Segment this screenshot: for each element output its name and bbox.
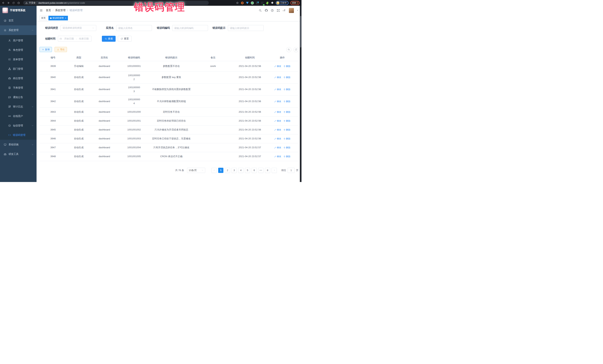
- edit-button[interactable]: 修改: [274, 100, 281, 103]
- sidebar-item-dev-tools[interactable]: 研发工具: [0, 149, 36, 159]
- toggle-search-icon-button[interactable]: [286, 47, 291, 52]
- page-button-5[interactable]: 5: [245, 168, 250, 173]
- tag-close-icon[interactable]: ×: [65, 17, 66, 20]
- page-size-select[interactable]: 10条/页: [187, 168, 205, 173]
- sidebar-item-system[interactable]: 系统管理: [0, 25, 36, 35]
- delete-button[interactable]: 删除: [283, 110, 290, 114]
- extension-orange-icon[interactable]: [241, 1, 244, 4]
- export-button[interactable]: 导出: [55, 47, 67, 52]
- sidebar-item-home[interactable]: 首页: [0, 16, 36, 25]
- error-type-select[interactable]: 请选择错误码类型: [60, 25, 96, 31]
- page-button-2[interactable]: 2: [225, 168, 230, 173]
- sidebar-item-error-code[interactable]: 错误码管理: [0, 130, 36, 140]
- browser-forward-icon[interactable]: [7, 1, 10, 4]
- sidebar-item-dictionary[interactable]: 字典管理: [0, 83, 36, 92]
- delete-button[interactable]: 删除: [283, 137, 290, 141]
- edit-button[interactable]: 修改: [274, 155, 281, 158]
- edit-button[interactable]: 修改: [274, 65, 281, 68]
- extensions-puzzle-icon[interactable]: [271, 1, 274, 4]
- delete-button[interactable]: 删除: [283, 100, 290, 103]
- github-icon[interactable]: [265, 9, 268, 12]
- extension-switch-on-icon[interactable]: on: [261, 1, 264, 4]
- page-button-4[interactable]: 4: [238, 168, 244, 173]
- sidebar-item-departments[interactable]: 部门管理: [0, 64, 36, 74]
- sidebar-item-sms[interactable]: 短信管理: [0, 121, 36, 130]
- goto-page-input[interactable]: [288, 168, 295, 173]
- delete-button[interactable]: 删除: [283, 119, 290, 123]
- delete-button[interactable]: 删除: [283, 146, 290, 149]
- browser-back-icon[interactable]: [2, 1, 5, 4]
- page-button-8[interactable]: 8: [265, 168, 270, 173]
- refresh-table-icon-button[interactable]: [293, 47, 299, 52]
- delete-button[interactable]: 删除: [283, 88, 290, 91]
- create-time-range-picker[interactable]: 开始日期 - 结束日期: [58, 36, 92, 42]
- sidebar-item-audit-logs[interactable]: 审计日志: [0, 102, 36, 111]
- page-button-6[interactable]: 6: [252, 168, 257, 173]
- col-app: 应用名: [91, 54, 118, 61]
- page-content: 错误码类型 请选择错误码类型 应用名 错误码编码 错误码提示 创建时间: [36, 21, 302, 182]
- filter-code-label: 错误码编码: [157, 26, 170, 30]
- tag-error-code[interactable]: 错误码管理 ×: [48, 16, 68, 20]
- edit-button[interactable]: 修改: [274, 128, 281, 132]
- extension-green-check-icon[interactable]: v: [251, 1, 254, 4]
- hamburger-icon[interactable]: [39, 9, 43, 12]
- sidebar-item-users[interactable]: 用户管理: [0, 36, 36, 45]
- edit-button[interactable]: 修改: [274, 76, 281, 79]
- window-scrollbar[interactable]: [300, 6, 302, 182]
- delete-button[interactable]: 删除: [283, 155, 290, 158]
- help-icon[interactable]: [271, 9, 274, 12]
- delete-button[interactable]: 删除: [283, 65, 290, 68]
- breadcrumb-home[interactable]: 首页: [46, 9, 51, 12]
- user-avatar[interactable]: [289, 8, 294, 13]
- breadcrumb-system[interactable]: 系统管理: [55, 9, 66, 12]
- edit-button[interactable]: 修改: [274, 146, 281, 149]
- header-search-icon[interactable]: [259, 9, 262, 12]
- extension-gem-icon[interactable]: [246, 1, 249, 4]
- add-button[interactable]: 新增: [39, 47, 52, 52]
- edit-button[interactable]: 修改: [274, 110, 281, 114]
- next-page-button[interactable]: [272, 168, 277, 173]
- sidebar-item-roles[interactable]: 角色管理: [0, 45, 36, 55]
- sidebar-item-online-users[interactable]: 在线用户: [0, 111, 36, 121]
- edit-button[interactable]: 修改: [274, 137, 281, 141]
- sidebar-logo[interactable]: 芋道管理系统: [0, 6, 36, 15]
- screen: 不安全 dashboard.yudao.iocoder.cn/system/er…: [0, 0, 302, 182]
- sidebar-item-notices[interactable]: 通知公告: [0, 92, 36, 102]
- edit-button[interactable]: 修改: [274, 88, 281, 91]
- browser-menu-kebab-icon[interactable]: [297, 2, 298, 4]
- sidebar-item-menus[interactable]: 菜单管理: [0, 55, 36, 64]
- sidebar-item-posts[interactable]: 岗位管理: [0, 74, 36, 83]
- online-users-icon: [8, 115, 11, 118]
- prev-page-button[interactable]: [211, 168, 217, 173]
- page-button-1[interactable]: 1: [218, 168, 223, 173]
- edit-button[interactable]: 修改: [274, 119, 281, 123]
- font-size-icon[interactable]: TT: [283, 9, 286, 12]
- app-title: 芋道管理系统: [10, 9, 25, 12]
- delete-button[interactable]: 删除: [283, 128, 290, 132]
- page-button-3[interactable]: 3: [232, 168, 237, 173]
- extension-bulb-icon[interactable]: [266, 1, 269, 4]
- bookmark-star-icon[interactable]: [236, 1, 239, 4]
- extension-grid-icon[interactable]: [256, 1, 259, 4]
- svg-text:T: T: [283, 10, 284, 11]
- browser-reload-icon[interactable]: [12, 2, 15, 4]
- browser-home-icon[interactable]: [17, 1, 20, 4]
- tag-home[interactable]: 首页: [39, 16, 47, 20]
- avatar-caret-down-icon[interactable]: [297, 10, 299, 11]
- error-code-input[interactable]: [174, 27, 206, 30]
- sidebar-item-infrastructure[interactable]: 基础设施: [0, 140, 36, 149]
- delete-button[interactable]: 删除: [283, 76, 290, 79]
- pagination-total: 共 76 条: [175, 169, 184, 172]
- app-name-input[interactable]: [118, 27, 150, 30]
- table-row: 3941自动生成dashboard100100000 3不能删除类型为系统内置的…: [39, 83, 299, 95]
- search-button[interactable]: 搜索: [102, 36, 116, 42]
- filter-time-label: 创建时间: [45, 37, 56, 40]
- url-bar[interactable]: 不安全 dashboard.yudao.iocoder.cn/system/er…: [23, 1, 209, 5]
- profile-paused-badge[interactable]: 已暂停: [276, 1, 289, 5]
- page-ellipsis-button[interactable]: •••: [258, 168, 264, 173]
- browser-update-button[interactable]: 更新: [290, 1, 300, 5]
- scrollbar-thumb[interactable]: [300, 16, 301, 47]
- reset-button[interactable]: 重置: [118, 36, 132, 42]
- fullscreen-icon[interactable]: [277, 9, 280, 12]
- error-hint-input[interactable]: [230, 27, 262, 30]
